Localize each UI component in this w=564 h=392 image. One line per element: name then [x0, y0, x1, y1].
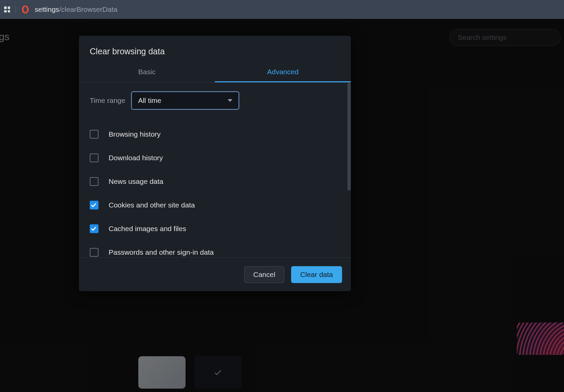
option-row[interactable]: Download history: [90, 146, 340, 170]
url-display[interactable]: settings /clearBrowserData: [35, 5, 117, 13]
dialog-footer: Cancel Clear data: [79, 257, 351, 291]
option-label: Download history: [109, 154, 163, 162]
clear-data-button[interactable]: Clear data: [291, 266, 342, 283]
clear-browsing-data-dialog: Clear browsing data Basic Advanced Time …: [79, 36, 351, 291]
divider: [16, 6, 16, 13]
dialog-tabs: Basic Advanced: [79, 63, 351, 83]
time-range-row: Time range All time: [90, 91, 340, 110]
time-range-label: Time range: [90, 96, 125, 105]
settings-page: ngs Clear browsing data Basic Advanced T…: [0, 19, 564, 392]
scrollbar[interactable]: [347, 83, 351, 191]
check-icon: [91, 202, 96, 207]
tab-basic[interactable]: Basic: [79, 63, 215, 82]
checkbox[interactable]: [90, 177, 98, 186]
dialog-title: Clear browsing data: [79, 36, 351, 63]
checkbox[interactable]: [90, 201, 98, 209]
option-row[interactable]: Cookies and other site data: [90, 193, 340, 217]
option-row[interactable]: Browsing history: [90, 122, 340, 146]
workspaces-icon[interactable]: [4, 6, 10, 12]
checkbox[interactable]: [90, 248, 98, 257]
url-path: /clearBrowserData: [59, 5, 117, 13]
option-label: Cookies and other site data: [109, 201, 195, 209]
checkbox[interactable]: [90, 130, 98, 139]
checkbox[interactable]: [90, 224, 98, 233]
time-range-value: All time: [138, 96, 161, 105]
option-row[interactable]: News usage data: [90, 170, 340, 193]
time-range-select[interactable]: All time: [131, 91, 239, 110]
option-label: Cached images and files: [109, 225, 186, 233]
option-label: Passwords and other sign-in data: [109, 248, 214, 256]
address-bar: settings /clearBrowserData: [0, 0, 564, 19]
tab-advanced[interactable]: Advanced: [215, 63, 351, 82]
option-label: News usage data: [109, 177, 163, 186]
option-label: Browsing history: [109, 130, 161, 138]
option-row[interactable]: Cached images and files: [90, 217, 340, 241]
chevron-down-icon: [228, 99, 232, 102]
cancel-button[interactable]: Cancel: [244, 266, 284, 283]
check-icon: [91, 226, 96, 231]
checkbox[interactable]: [90, 153, 98, 162]
option-row[interactable]: Passwords and other sign-in data: [90, 241, 340, 257]
url-origin: settings: [35, 5, 59, 13]
dialog-body: Time range All time Browsing historyDown…: [79, 83, 351, 257]
options-list: Browsing historyDownload historyNews usa…: [90, 122, 340, 257]
opera-logo-icon: [22, 5, 29, 13]
